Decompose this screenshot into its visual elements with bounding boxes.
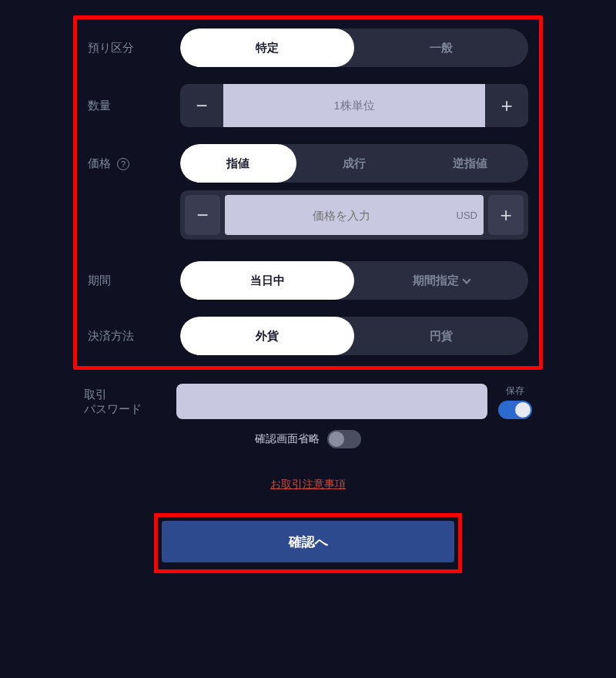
period-range-label: 期間指定 [413, 274, 459, 288]
account-type-row: 預り区分 特定 一般 [88, 29, 528, 67]
password-input[interactable] [176, 384, 487, 419]
save-label: 保存 [506, 384, 524, 398]
price-field-wrap: USD [225, 195, 484, 235]
price-minus-button[interactable]: − [185, 195, 220, 235]
quantity-row: 数量 − 1株単位 + [88, 84, 528, 127]
password-label-line2: パスワード [84, 401, 176, 417]
quantity-plus-button[interactable]: + [485, 84, 528, 127]
chevron-down-icon [462, 275, 470, 284]
account-type-specific[interactable]: 特定 [180, 29, 354, 67]
skip-confirm-label: 確認画面省略 [255, 432, 320, 446]
price-type-segment: 指値 成行 逆指値 [180, 144, 528, 183]
settlement-foreign[interactable]: 外貨 [180, 317, 354, 355]
settlement-row: 決済方法 外貨 円貨 [88, 317, 528, 355]
price-label: 価格 ? [88, 156, 180, 171]
period-label: 期間 [88, 274, 180, 288]
password-label-line1: 取引 [84, 387, 176, 402]
account-type-label: 預り区分 [88, 41, 180, 55]
skip-confirm-row: 確認画面省略 [84, 430, 532, 448]
disclaimer-link[interactable]: お取引注意事項 [73, 478, 543, 492]
price-type-stop[interactable]: 逆指値 [412, 144, 528, 183]
confirm-button-highlight: 確認へ [154, 513, 462, 573]
skip-confirm-toggle[interactable] [327, 430, 361, 448]
order-form-highlight: 預り区分 特定 一般 数量 − 1株単位 + 価格 [73, 15, 543, 370]
price-stepper: − USD + [180, 190, 528, 240]
price-input[interactable] [231, 209, 452, 222]
quantity-label: 数量 [88, 99, 180, 113]
price-type-limit[interactable]: 指値 [180, 144, 296, 183]
price-type-market[interactable]: 成行 [296, 144, 413, 183]
settlement-yen[interactable]: 円貨 [354, 317, 528, 355]
save-toggle-group: 保存 [498, 384, 532, 419]
price-help-icon[interactable]: ? [117, 158, 129, 170]
password-label: 取引 パスワード [84, 387, 176, 417]
confirm-button[interactable]: 確認へ [162, 521, 454, 562]
price-row: 価格 ? 指値 成行 逆指値 [88, 144, 528, 183]
quantity-minus-button[interactable]: − [180, 84, 223, 127]
settlement-label: 決済方法 [88, 329, 180, 344]
password-row: 取引 パスワード 保存 [84, 384, 532, 419]
password-section: 取引 パスワード 保存 確認画面省略 [73, 370, 543, 448]
account-type-segment: 特定 一般 [180, 29, 528, 67]
footer: お取引注意事項 確認へ [73, 478, 543, 573]
period-today[interactable]: 当日中 [180, 261, 354, 300]
price-currency: USD [452, 210, 477, 221]
account-type-general[interactable]: 一般 [354, 29, 528, 67]
price-plus-button[interactable]: + [488, 195, 524, 235]
period-row: 期間 当日中 期間指定 [88, 261, 528, 300]
save-toggle[interactable] [498, 401, 532, 419]
price-label-text: 価格 [88, 156, 111, 170]
settlement-segment: 外貨 円貨 [180, 317, 528, 355]
price-input-row: − USD + [180, 190, 528, 240]
quantity-stepper: − 1株単位 + [180, 84, 528, 127]
quantity-input[interactable]: 1株単位 [223, 84, 485, 127]
period-segment: 当日中 期間指定 [180, 261, 528, 300]
period-range[interactable]: 期間指定 [354, 261, 528, 300]
